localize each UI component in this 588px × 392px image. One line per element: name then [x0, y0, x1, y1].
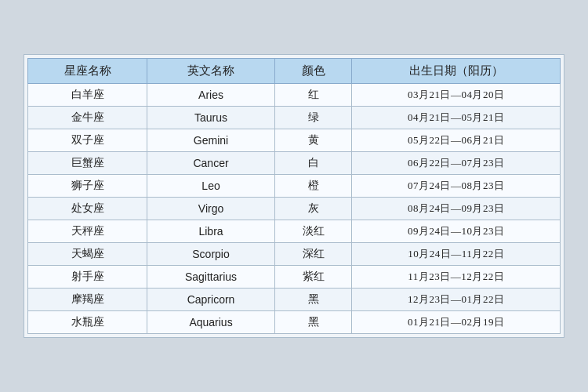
cell-chinese-name: 天秤座	[28, 220, 147, 243]
cell-dates: 04月21日—05月21日	[352, 107, 561, 129]
cell-english-name: Libra	[147, 220, 275, 243]
cell-color: 黑	[275, 311, 352, 334]
cell-english-name: Aquarius	[147, 311, 275, 334]
cell-chinese-name: 射手座	[28, 266, 147, 289]
cell-chinese-name: 狮子座	[28, 175, 147, 198]
cell-chinese-name: 处女座	[28, 198, 147, 220]
cell-chinese-name: 白羊座	[28, 84, 147, 107]
cell-dates: 03月21日—04月20日	[352, 84, 561, 107]
table-row: 水瓶座Aquarius黑01月21日—02月19日	[28, 311, 561, 334]
cell-color: 深红	[275, 243, 352, 266]
cell-color: 白	[275, 152, 352, 175]
cell-color: 黑	[275, 289, 352, 311]
cell-dates: 11月23日—12月22日	[352, 266, 561, 289]
table-row: 摩羯座Capricorn黑12月23日—01月22日	[28, 289, 561, 311]
cell-dates: 06月22日—07月23日	[352, 152, 561, 175]
cell-english-name: Taurus	[147, 107, 275, 129]
header-dates: 出生日期（阳历）	[352, 59, 561, 84]
table-header-row: 星座名称 英文名称 颜色 出生日期（阳历）	[28, 59, 561, 84]
cell-color: 淡红	[275, 220, 352, 243]
table-row: 白羊座Aries红03月21日—04月20日	[28, 84, 561, 107]
cell-chinese-name: 天蝎座	[28, 243, 147, 266]
cell-english-name: Gemini	[147, 129, 275, 152]
header-chinese-name: 星座名称	[28, 59, 147, 84]
cell-color: 灰	[275, 198, 352, 220]
header-english-name: 英文名称	[147, 59, 275, 84]
cell-english-name: Capricorn	[147, 289, 275, 311]
cell-chinese-name: 金牛座	[28, 107, 147, 129]
cell-english-name: Leo	[147, 175, 275, 198]
cell-english-name: Aries	[147, 84, 275, 107]
cell-color: 黄	[275, 129, 352, 152]
cell-color: 红	[275, 84, 352, 107]
cell-dates: 05月22日—06月21日	[352, 129, 561, 152]
table-row: 狮子座Leo橙07月24日—08月23日	[28, 175, 561, 198]
table-row: 金牛座Taurus绿04月21日—05月21日	[28, 107, 561, 129]
cell-dates: 09月24日—10月23日	[352, 220, 561, 243]
cell-english-name: Cancer	[147, 152, 275, 175]
cell-chinese-name: 双子座	[28, 129, 147, 152]
cell-dates: 12月23日—01月22日	[352, 289, 561, 311]
cell-english-name: Scorpio	[147, 243, 275, 266]
cell-color: 橙	[275, 175, 352, 198]
zodiac-table: 星座名称 英文名称 颜色 出生日期（阳历） 白羊座Aries红03月21日—04…	[27, 58, 561, 334]
cell-dates: 07月24日—08月23日	[352, 175, 561, 198]
cell-dates: 01月21日—02月19日	[352, 311, 561, 334]
cell-color: 紫红	[275, 266, 352, 289]
table-body: 白羊座Aries红03月21日—04月20日金牛座Taurus绿04月21日—0…	[28, 84, 561, 334]
cell-chinese-name: 巨蟹座	[28, 152, 147, 175]
cell-dates: 10月24日—11月22日	[352, 243, 561, 266]
table-row: 天蝎座Scorpio深红10月24日—11月22日	[28, 243, 561, 266]
table-row: 双子座Gemini黄05月22日—06月21日	[28, 129, 561, 152]
header-color: 颜色	[275, 59, 352, 84]
cell-dates: 08月24日—09月23日	[352, 198, 561, 220]
cell-english-name: Sagittarius	[147, 266, 275, 289]
table-row: 处女座Virgo灰08月24日—09月23日	[28, 198, 561, 220]
cell-chinese-name: 水瓶座	[28, 311, 147, 334]
cell-english-name: Virgo	[147, 198, 275, 220]
table-row: 天秤座Libra淡红09月24日—10月23日	[28, 220, 561, 243]
table-row: 射手座Sagittarius紫红11月23日—12月22日	[28, 266, 561, 289]
zodiac-table-container: 星座名称 英文名称 颜色 出生日期（阳历） 白羊座Aries红03月21日—04…	[24, 54, 564, 338]
cell-color: 绿	[275, 107, 352, 129]
table-row: 巨蟹座Cancer白06月22日—07月23日	[28, 152, 561, 175]
cell-chinese-name: 摩羯座	[28, 289, 147, 311]
